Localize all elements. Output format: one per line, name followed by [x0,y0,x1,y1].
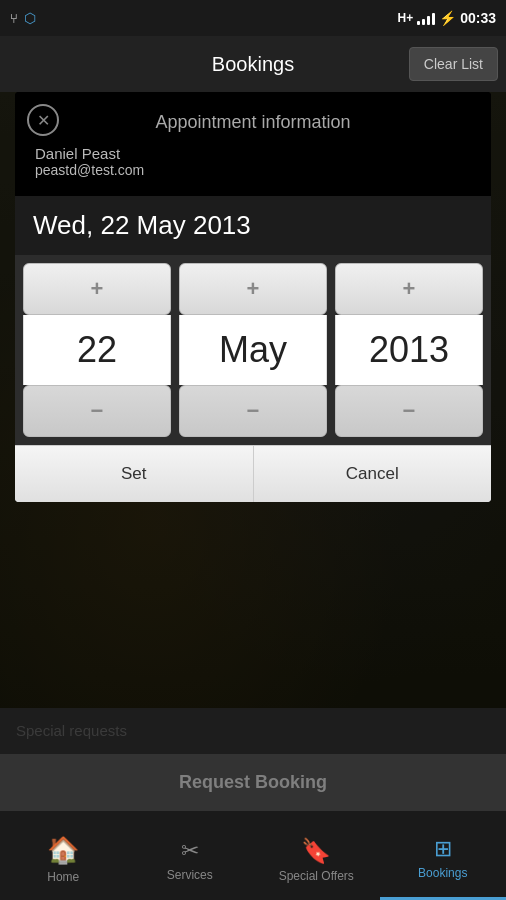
cancel-button[interactable]: Cancel [254,446,492,502]
month-increment-button[interactable]: + [179,263,327,315]
services-icon: ✂ [181,838,199,864]
date-display-text: Wed, 22 May 2013 [33,210,251,240]
minus-icon-year: − [403,398,416,424]
bookings-icon: ⊞ [434,836,452,862]
nav-item-home[interactable]: 🏠 Home [0,811,127,900]
nav-label-bookings: Bookings [418,866,467,880]
dialog-action-buttons: Set Cancel [15,445,491,502]
wifi-icon: ⬡ [24,10,36,26]
day-spinner: + 22 − [23,263,171,437]
spinner-row: + 22 − + May − + [15,255,491,445]
user-email: peastd@test.com [35,162,475,178]
month-decrement-button[interactable]: − [179,385,327,437]
clock: 00:33 [460,10,496,26]
user-name: Daniel Peast [35,145,475,162]
plus-icon-day: + [91,276,104,302]
dialog-title: Appointment information [31,112,475,133]
day-decrement-button[interactable]: − [23,385,171,437]
month-value: May [179,315,327,385]
year-decrement-button[interactable]: − [335,385,483,437]
nav-item-bookings[interactable]: ⊞ Bookings [380,811,507,900]
plus-icon-year: + [403,276,416,302]
nav-item-special-offers[interactable]: 🔖 Special Offers [253,811,380,900]
plus-icon-month: + [247,276,260,302]
date-picker: Wed, 22 May 2013 + 22 − + May − [15,196,491,502]
set-button[interactable]: Set [15,446,254,502]
minus-icon-day: − [91,398,104,424]
status-bar: ⑂ ⬡ H+ ⚡ 00:33 [0,0,506,36]
bottom-nav: 🏠 Home ✂ Services 🔖 Special Offers ⊞ Boo… [0,810,506,900]
close-button[interactable]: ✕ [27,104,59,136]
clear-list-button[interactable]: Clear List [409,47,498,81]
day-increment-button[interactable]: + [23,263,171,315]
home-icon: 🏠 [47,835,79,866]
month-spinner: + May − [179,263,327,437]
appointment-dialog: ✕ Appointment information Daniel Peast p… [15,92,491,502]
year-value: 2013 [335,315,483,385]
minus-icon-month: − [247,398,260,424]
battery-icon: ⚡ [439,10,456,26]
usb-icon: ⑂ [10,11,18,26]
nav-item-services[interactable]: ✂ Services [127,811,254,900]
page-title: Bookings [212,53,294,76]
network-type-icon: H+ [398,11,414,25]
status-icons-right: H+ ⚡ 00:33 [398,10,497,26]
nav-label-services: Services [167,868,213,882]
close-icon: ✕ [37,111,50,130]
signal-bars [417,11,435,25]
special-offers-icon: 🔖 [301,837,331,865]
year-increment-button[interactable]: + [335,263,483,315]
year-spinner: + 2013 − [335,263,483,437]
status-icons-left: ⑂ ⬡ [10,10,36,26]
nav-label-home: Home [47,870,79,884]
day-value: 22 [23,315,171,385]
dialog-header: ✕ Appointment information Daniel Peast p… [15,92,491,196]
date-display: Wed, 22 May 2013 [15,196,491,255]
nav-label-special-offers: Special Offers [279,869,354,883]
top-bar: Bookings Clear List [0,36,506,92]
